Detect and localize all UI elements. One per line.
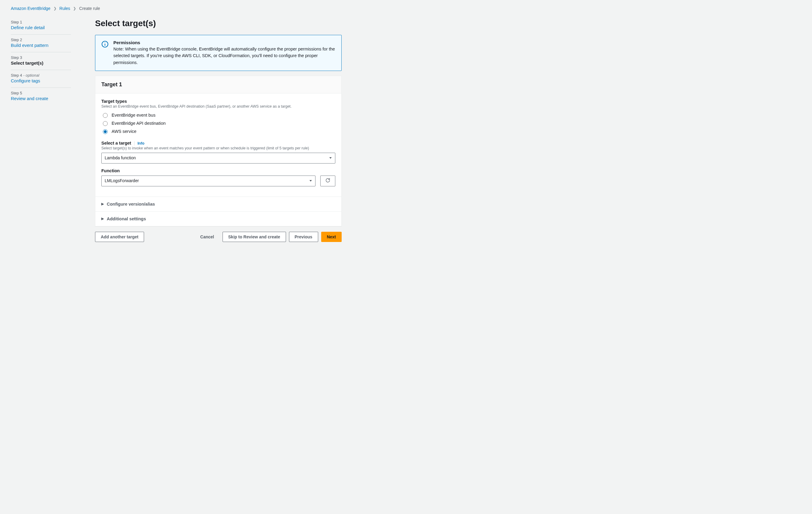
- page-title: Select target(s): [95, 19, 342, 28]
- radio-label: EventBridge API destination: [112, 121, 166, 126]
- radio-eventbridge-event-bus[interactable]: EventBridge event bus: [102, 111, 335, 119]
- breadcrumb: Amazon EventBridge ❯ Rules ❯ Create rule: [11, 6, 801, 17]
- step-build-event-pattern[interactable]: Step 2 Build event pattern: [11, 35, 71, 52]
- breadcrumb-link-rules[interactable]: Rules: [60, 6, 70, 11]
- radio-input[interactable]: [103, 121, 108, 126]
- target-types-radio-group: EventBridge event bus EventBridge API de…: [102, 111, 335, 135]
- chevron-right-icon: ❯: [54, 6, 57, 10]
- step-number: Step 2: [11, 37, 71, 42]
- refresh-button[interactable]: [320, 176, 335, 186]
- footer-actions: Add another target Cancel Skip to Review…: [95, 232, 342, 242]
- skip-to-review-button[interactable]: Skip to Review and create: [223, 232, 286, 242]
- collapsible-label: Configure version/alias: [107, 202, 155, 207]
- target-types-label: Target types: [102, 99, 335, 104]
- previous-button[interactable]: Previous: [289, 232, 318, 242]
- select-target-label: Select a target: [102, 141, 131, 146]
- select-target-desc: Select target(s) to invoke when an event…: [102, 146, 335, 150]
- additional-settings-toggle[interactable]: ▶ Additional settings: [95, 211, 341, 226]
- svg-point-2: [105, 42, 105, 43]
- step-title: Review and create: [11, 96, 71, 101]
- select-target-dropdown[interactable]: Lambda function: [102, 153, 335, 163]
- step-title: Select target(s): [11, 60, 71, 65]
- panel-header: Target 1: [95, 76, 341, 93]
- caret-right-icon: ▶: [102, 217, 104, 221]
- step-define-rule-detail[interactable]: Step 1 Define rule detail: [11, 17, 71, 35]
- step-title: Define rule detail: [11, 25, 71, 30]
- next-button[interactable]: Next: [321, 232, 342, 242]
- step-title: Configure tags: [11, 78, 71, 83]
- caret-right-icon: ▶: [102, 202, 104, 206]
- permissions-info-alert: Permissions Note: When using the EventBr…: [95, 35, 342, 71]
- breadcrumb-link-eventbridge[interactable]: Amazon EventBridge: [11, 6, 51, 11]
- step-number: Step 1: [11, 20, 71, 24]
- step-number: Step 4 - optional: [11, 73, 71, 78]
- target-types-desc: Select an EventBridge event bus, EventBr…: [102, 104, 335, 109]
- add-another-target-button[interactable]: Add another target: [95, 232, 144, 242]
- radio-input[interactable]: [103, 113, 108, 118]
- radio-label: AWS service: [112, 129, 136, 134]
- alert-text: Note: When using the EventBridge console…: [113, 46, 335, 66]
- wizard-steps: Step 1 Define rule detail Step 2 Build e…: [11, 17, 71, 105]
- radio-label: EventBridge event bus: [112, 113, 155, 118]
- step-select-targets[interactable]: Step 3 Select target(s): [11, 52, 71, 70]
- panel-heading: Target 1: [102, 82, 335, 88]
- step-number: Step 3: [11, 55, 71, 60]
- radio-aws-service[interactable]: AWS service: [102, 127, 335, 135]
- radio-input[interactable]: [103, 129, 108, 134]
- breadcrumb-current: Create rule: [79, 6, 100, 11]
- step-title: Build event pattern: [11, 43, 71, 48]
- configure-version-alias-toggle[interactable]: ▶ Configure version/alias: [95, 196, 341, 211]
- target-panel: Target 1 Target types Select an EventBri…: [95, 76, 342, 226]
- info-link[interactable]: Info: [134, 141, 144, 146]
- cancel-button[interactable]: Cancel: [195, 232, 220, 242]
- refresh-icon: [325, 178, 330, 184]
- function-dropdown[interactable]: LMLogsForwarder: [102, 176, 316, 186]
- step-configure-tags[interactable]: Step 4 - optional Configure tags: [11, 70, 71, 88]
- function-label: Function: [102, 168, 335, 173]
- collapsible-label: Additional settings: [107, 216, 146, 221]
- chevron-right-icon: ❯: [73, 6, 76, 10]
- step-review-create[interactable]: Step 5 Review and create: [11, 88, 71, 105]
- radio-eventbridge-api-destination[interactable]: EventBridge API destination: [102, 119, 335, 127]
- step-number: Step 5: [11, 91, 71, 95]
- alert-title: Permissions: [113, 40, 335, 45]
- info-icon: [102, 40, 109, 48]
